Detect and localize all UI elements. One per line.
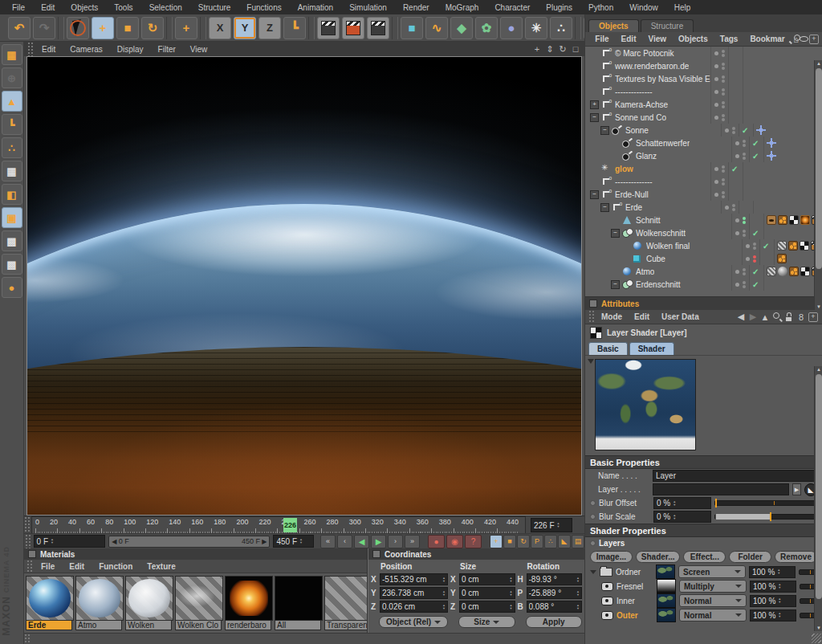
model-mode-button[interactable]: ▲ xyxy=(2,91,22,112)
object-label[interactable]: Cube xyxy=(646,255,665,263)
render-enable-check[interactable] xyxy=(728,59,743,72)
tree-item[interactable]: -------------- xyxy=(585,175,822,188)
shader-button[interactable]: Shader... xyxy=(636,551,681,563)
lock-x-button[interactable]: X xyxy=(209,17,231,39)
tree-item[interactable]: © Marc Potocnik xyxy=(585,47,822,59)
expander-icon[interactable]: − xyxy=(611,280,620,289)
layer-amount-field[interactable]: 100 %▲▼ xyxy=(750,581,796,593)
layer-amount-field[interactable]: 100 %▲▼ xyxy=(750,595,796,607)
polygons-mode-button[interactable]: ◧ xyxy=(2,184,22,205)
layer-dot-column[interactable] xyxy=(710,59,728,72)
layer-dot-column[interactable] xyxy=(731,278,749,291)
attributes-menu-item[interactable]: Mode xyxy=(596,312,628,322)
blur-offset-field[interactable]: 0 % ▲▼ xyxy=(653,497,711,509)
tab-shader[interactable]: Shader xyxy=(629,342,674,355)
key-pla-toggle[interactable]: ∴ xyxy=(544,535,557,548)
key-position-toggle[interactable]: + xyxy=(490,535,503,548)
lock-y-button[interactable]: Y xyxy=(234,17,256,39)
tree-item[interactable]: −Erde-Null xyxy=(585,188,822,201)
material-item[interactable]: Wolken xyxy=(125,576,173,634)
tree-item[interactable]: -------------- xyxy=(585,85,822,98)
add-environment-button[interactable]: ✳ xyxy=(525,17,547,39)
toolbar-separator[interactable] xyxy=(200,17,206,39)
shader-layer-row[interactable]: FresnelMultiply100 %▲▼ xyxy=(585,579,822,593)
animation-dot-icon[interactable] xyxy=(590,514,596,520)
animation-dot-icon[interactable] xyxy=(590,540,596,546)
layer-dot-column[interactable] xyxy=(710,47,728,59)
drag-grip[interactable] xyxy=(25,534,31,548)
object-label[interactable]: Schattenwerfer xyxy=(636,139,690,148)
target-tag-icon[interactable] xyxy=(767,151,776,161)
layer-thumbnail[interactable] xyxy=(657,593,676,608)
object-label[interactable]: © Marc Potocnik xyxy=(615,49,674,58)
spheretag-tag-icon[interactable] xyxy=(778,267,787,276)
object-label[interactable]: Sonne und Co xyxy=(615,113,666,122)
material-thumbnail[interactable] xyxy=(175,576,223,621)
layer-dot-column[interactable] xyxy=(710,175,728,188)
checker-tag-icon[interactable] xyxy=(800,241,809,251)
panel-icon[interactable] xyxy=(28,550,36,558)
blend-mode-dropdown[interactable]: Normal xyxy=(679,609,747,622)
material-item[interactable]: renderbaro xyxy=(225,576,273,634)
menubar-item[interactable]: Structure xyxy=(191,2,238,14)
key-scale-toggle[interactable]: ■ xyxy=(503,535,516,548)
material-thumbnail[interactable] xyxy=(26,576,74,621)
add-panel-icon[interactable]: + xyxy=(809,34,819,44)
object-label[interactable]: Wolken final xyxy=(646,242,690,251)
play-forwards-button[interactable]: ▶ xyxy=(371,535,386,548)
eye-icon[interactable] xyxy=(601,611,613,620)
expander-icon[interactable]: − xyxy=(590,113,599,122)
shader-layer-row[interactable]: OrdnerScreen100 %▲▼ xyxy=(585,565,822,579)
coordinate-system-button[interactable]: ┗ xyxy=(283,17,306,39)
effect-button[interactable]: Effect... xyxy=(683,551,726,563)
blend-mode-dropdown[interactable]: Screen xyxy=(678,565,746,578)
render-enable-check[interactable]: ✓ xyxy=(728,162,743,175)
layer-dot-column[interactable] xyxy=(710,162,728,175)
autokey-button[interactable]: ◉ xyxy=(446,535,463,548)
blur-offset-slider[interactable] xyxy=(714,500,817,506)
tree-item[interactable]: Wolken final✓ xyxy=(585,239,822,252)
folder-button[interactable]: Folder xyxy=(729,551,771,563)
last-tool-button[interactable]: + xyxy=(175,17,197,39)
objects-menu-item[interactable]: Bookmar xyxy=(744,34,790,44)
tree-item[interactable]: Schattenwerfer✓ xyxy=(585,137,822,149)
add-panel-icon[interactable]: + xyxy=(808,312,819,322)
keyframe-selection-button[interactable]: ? xyxy=(465,535,482,548)
layer-dot-column[interactable] xyxy=(731,265,749,278)
menubar-item[interactable]: MoGraph xyxy=(438,2,486,14)
layer-dot-column[interactable] xyxy=(710,111,728,124)
texture-axis-mode-button[interactable]: ▩ xyxy=(2,254,22,275)
target-tag-icon[interactable] xyxy=(756,125,766,135)
viewport-canvas[interactable] xyxy=(26,56,582,516)
toolbar-separator[interactable] xyxy=(575,17,581,39)
balls-tag-icon[interactable] xyxy=(777,254,787,263)
tree-item[interactable]: Glanz✓ xyxy=(585,149,822,162)
layer-dot-column[interactable] xyxy=(710,85,728,98)
layer-thumbnail[interactable] xyxy=(656,565,675,579)
tree-item[interactable]: Textures by Nasa Visible Eart xyxy=(585,72,822,85)
tree-item[interactable]: +Kamera-Achse xyxy=(585,98,822,111)
object-axis-mode-button[interactable]: ┗ xyxy=(2,114,22,135)
expander-icon[interactable]: + xyxy=(590,100,599,109)
remove-button[interactable]: Remove xyxy=(775,551,817,563)
material-label[interactable]: renderbaro xyxy=(225,621,271,630)
materials-menu-item[interactable]: Texture xyxy=(140,561,181,572)
layer-amount-field[interactable]: 100 %▲▼ xyxy=(750,609,796,622)
object-label[interactable]: Wolkenschnitt xyxy=(636,229,686,238)
coord-field[interactable]: 0 cm▲▼ xyxy=(459,601,515,613)
render-enable-check[interactable] xyxy=(728,47,743,59)
add-deformer-button[interactable]: ◆ xyxy=(450,17,473,39)
coord-field[interactable]: -89.93 °▲▼ xyxy=(527,573,583,585)
material-thumbnail[interactable] xyxy=(125,576,173,621)
render-view-button[interactable] xyxy=(317,17,340,39)
toolbar-separator[interactable] xyxy=(392,17,398,39)
rotate-button[interactable]: ↻ xyxy=(141,17,164,39)
shader-layer-row[interactable]: OuterNormal100 %▲▼ xyxy=(585,608,822,622)
next-key-button[interactable]: › xyxy=(388,535,403,548)
texture-mode-button[interactable]: ▩ xyxy=(2,230,22,251)
material-label[interactable]: Transparen xyxy=(324,621,367,630)
material-label[interactable]: Atmo xyxy=(75,621,122,630)
move-button[interactable]: + xyxy=(92,17,114,39)
menubar-item[interactable]: Functions xyxy=(239,2,288,14)
object-label[interactable]: Kamera-Achse xyxy=(615,100,668,109)
